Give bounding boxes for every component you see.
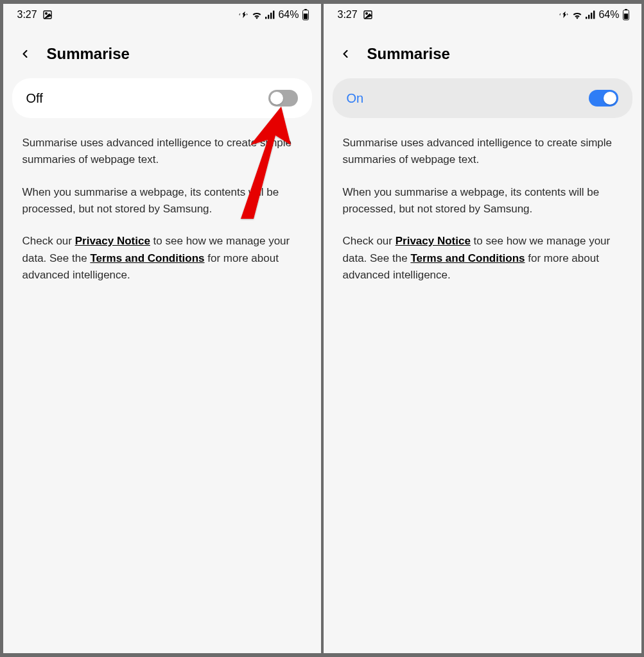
svg-rect-4 <box>270 13 272 19</box>
svg-point-1 <box>45 13 47 15</box>
page-header: Summarise <box>3 26 321 78</box>
description-block: Summarise uses advanced intelligence to … <box>324 118 641 299</box>
svg-rect-3 <box>268 15 269 19</box>
description-p1: Summarise uses advanced intelligence to … <box>22 135 302 169</box>
description-p1: Summarise uses advanced intelligence to … <box>343 135 622 169</box>
status-bar: 3:27 64% <box>3 4 321 26</box>
svg-rect-14 <box>593 11 595 19</box>
phone-screen-off-state: 3:27 64% Summarise Off Su <box>3 4 321 653</box>
summarise-toggle-card[interactable]: Off <box>12 78 312 118</box>
description-p3: Check our Privacy Notice to see how we m… <box>343 233 622 284</box>
description-p2: When you summarise a webpage, its conten… <box>343 184 622 218</box>
page-header: Summarise <box>324 26 641 78</box>
terms-link[interactable]: Terms and Conditions <box>90 252 204 264</box>
svg-point-10 <box>365 13 367 15</box>
svg-rect-5 <box>273 11 274 19</box>
wifi-icon <box>571 10 583 19</box>
svg-rect-8 <box>303 13 307 19</box>
vibrate-icon <box>238 10 248 20</box>
battery-icon <box>622 9 630 21</box>
phone-screen-on-state: 3:27 64% Summarise On Sum <box>324 4 641 653</box>
back-button[interactable] <box>17 46 33 62</box>
chevron-left-icon <box>339 47 352 60</box>
signal-icon <box>586 10 596 19</box>
svg-rect-17 <box>623 13 627 19</box>
description-p3: Check our Privacy Notice to see how we m… <box>22 233 302 284</box>
summarise-switch[interactable] <box>268 90 298 107</box>
summarise-toggle-card[interactable]: On <box>333 78 632 118</box>
vibrate-icon <box>559 10 569 20</box>
toggle-state-label: Off <box>26 91 43 106</box>
battery-percent: 64% <box>278 9 299 21</box>
battery-percent: 64% <box>598 9 619 21</box>
media-icon <box>363 10 373 20</box>
media-icon <box>42 10 53 20</box>
toggle-state-label: On <box>347 91 364 106</box>
svg-rect-11 <box>586 17 587 19</box>
signal-icon <box>265 10 275 19</box>
back-button[interactable] <box>338 46 353 62</box>
summarise-switch[interactable] <box>589 90 618 107</box>
wifi-icon <box>251 10 263 19</box>
status-time: 3:27 <box>17 9 37 21</box>
svg-rect-12 <box>588 15 589 19</box>
privacy-notice-link[interactable]: Privacy Notice <box>396 235 471 247</box>
description-p2: When you summarise a webpage, its conten… <box>22 184 302 218</box>
page-title: Summarise <box>47 45 130 63</box>
privacy-notice-link[interactable]: Privacy Notice <box>75 235 150 247</box>
description-block: Summarise uses advanced intelligence to … <box>3 118 321 299</box>
status-bar: 3:27 64% <box>324 4 641 26</box>
page-title: Summarise <box>367 45 450 63</box>
svg-rect-13 <box>591 13 592 19</box>
status-time: 3:27 <box>338 9 358 21</box>
chevron-left-icon <box>19 47 31 60</box>
terms-link[interactable]: Terms and Conditions <box>410 252 525 264</box>
battery-icon <box>302 9 309 21</box>
svg-rect-2 <box>265 17 266 19</box>
